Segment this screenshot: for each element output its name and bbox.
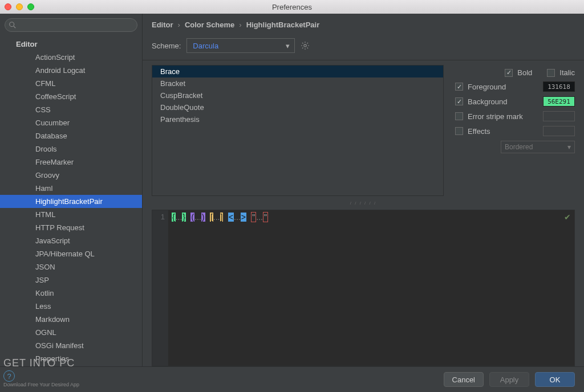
search-icon [9,21,17,29]
italic-label: Italic [559,68,575,77]
apply-button: Apply [489,372,529,387]
background-color-swatch[interactable]: 56E291 [543,96,575,107]
background-label: Background [468,97,538,106]
effects-label: Effects [468,127,538,136]
scheme-label: Scheme: [152,42,181,50]
scheme-select[interactable]: Darcula [186,38,295,53]
foreground-checkbox[interactable] [455,83,463,91]
tree-item[interactable]: Groovy [0,169,142,182]
tree-item[interactable]: JPA/Hibernate QL [0,247,142,260]
splitter[interactable]: / / / / / / [152,201,575,205]
bracket-list-item[interactable]: CuspBracket [152,89,443,101]
tree-item[interactable]: OGNL [0,326,142,339]
tree-item[interactable]: HighlightBracketPair [0,195,142,208]
bracket-list-item[interactable]: Brace [152,66,443,77]
tree-item[interactable]: Drools [0,142,142,156]
tree-item[interactable]: Markdown [0,313,142,326]
chevron-right-icon: › [239,21,241,29]
breadcrumb: Editor › Color Scheme › HighlightBracket… [143,14,584,36]
svg-point-2 [304,44,306,47]
crumb-color-scheme[interactable]: Color Scheme [185,21,234,29]
tree-item[interactable]: CoffeeScript [0,90,142,103]
tree-item[interactable]: Android Logcat [0,64,142,77]
tree-item[interactable]: JSP [0,273,142,287]
chevron-right-icon: › [178,21,180,29]
text-attributes-panel: Bold Italic Foreground 131618 Background… [455,65,575,196]
cancel-button[interactable]: Cancel [444,372,484,387]
gutter: 1 [152,210,168,366]
window-title: Preferences [272,3,312,11]
crumb-highlightbracketpair[interactable]: HighlightBracketPair [246,21,320,29]
effects-type-value: Bordered [505,143,533,151]
svg-line-9 [302,48,303,49]
tree-item[interactable]: OSGi Manifest [0,339,142,352]
tree-item[interactable]: FreeMarker [0,156,142,169]
close-button[interactable] [5,3,11,10]
tree-item[interactable]: HTTP Request [0,221,142,234]
svg-line-8 [307,48,309,49]
effects-checkbox[interactable] [455,127,463,135]
tree-item[interactable]: Kotlin [0,287,142,300]
svg-line-7 [302,43,303,44]
tree-item[interactable]: CSS [0,103,142,116]
dialog-footer: Cancel Apply OK [0,366,584,392]
tree-item[interactable]: HTML [0,208,142,221]
foreground-color-swatch[interactable]: 131618 [543,81,575,92]
error-stripe-label: Error stripe mark [468,112,538,121]
effects-color-swatch[interactable] [543,126,575,136]
check-icon: ✔ [564,213,571,222]
error-stripe-color-swatch[interactable] [543,111,575,121]
scheme-value: Darcula [193,42,218,50]
preview-editor[interactable]: 1 {...} (...) [...] <...> "..." ✔ [152,210,575,366]
minimize-button[interactable] [16,3,23,10]
bracket-list-item[interactable]: Bracket [152,77,443,89]
search-input[interactable] [5,18,137,32]
crumb-editor[interactable]: Editor [152,21,173,29]
line-number: 1 [161,213,165,221]
gear-icon[interactable] [301,41,310,50]
background-checkbox[interactable] [455,97,463,105]
italic-checkbox[interactable] [547,69,555,77]
effects-type-select: Bordered ▾ [501,141,575,153]
bracket-type-list[interactable]: BraceBracketCuspBracketDoubleQuoteParent… [152,65,444,196]
svg-line-10 [307,43,309,44]
tree-item[interactable]: Properties [0,352,142,365]
bold-label: Bold [517,68,532,77]
chevron-down-icon: ▾ [567,143,571,151]
settings-tree[interactable]: Editor ActionScriptAndroid LogcatCFMLCof… [0,36,142,366]
tree-item[interactable]: ActionScript [0,51,142,64]
tree-item[interactable]: JSON [0,260,142,273]
titlebar: Preferences [0,0,584,14]
ok-button[interactable]: OK [535,372,575,387]
bold-checkbox[interactable] [505,69,513,77]
bracket-list-item[interactable]: DoubleQuote [152,101,443,113]
maximize-button[interactable] [27,3,34,10]
tree-item[interactable]: Haml [0,182,142,195]
tree-root-editor[interactable]: Editor [0,38,142,51]
tree-item[interactable]: Database [0,129,142,142]
traffic-lights [5,3,34,10]
error-stripe-checkbox[interactable] [455,112,463,120]
tree-item[interactable]: JavaScript [0,234,142,247]
code-preview: {...} (...) [...] <...> "..." [168,210,574,366]
foreground-label: Foreground [468,83,538,91]
tree-item[interactable]: CFML [0,77,142,90]
svg-line-1 [14,26,16,28]
bracket-list-item[interactable]: Parenthesis [152,113,443,125]
tree-item[interactable]: Less [0,300,142,313]
tree-item[interactable]: Cucumber [0,116,142,129]
svg-point-0 [10,22,14,27]
sidebar: Editor ActionScriptAndroid LogcatCFMLCof… [0,14,143,366]
